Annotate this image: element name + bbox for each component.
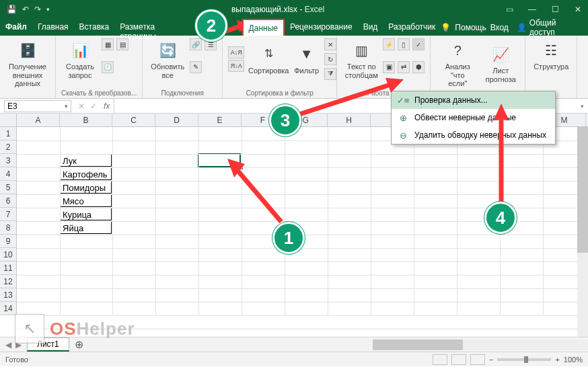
- show-queries-icon[interactable]: ▦: [102, 38, 114, 50]
- minimize-icon[interactable]: —: [522, 5, 542, 14]
- maximize-icon[interactable]: ☐: [545, 5, 565, 14]
- forecast-sheet-button[interactable]: 📈 Лист прогноза: [482, 38, 519, 89]
- vertical-scrollbar[interactable]: [577, 127, 588, 337]
- row-11[interactable]: 11: [0, 261, 17, 275]
- dropdown-item-circle-invalid[interactable]: ⊕ Обвести неверные данные: [392, 109, 555, 126]
- undo-icon[interactable]: ↶: [22, 5, 29, 14]
- close-icon[interactable]: ✕: [568, 5, 588, 14]
- clear-filter-icon[interactable]: ✕: [324, 38, 336, 50]
- data-model-icon[interactable]: ⬢: [412, 61, 425, 73]
- whatif-button[interactable]: ? Анализ "что если": [436, 38, 479, 89]
- sort-button[interactable]: ⇅ Сортировка: [248, 42, 289, 77]
- login-label[interactable]: Вход: [490, 23, 509, 32]
- help-icon[interactable]: 💡: [441, 23, 451, 32]
- cell-B6[interactable]: Мясо: [60, 194, 112, 207]
- relationships-icon[interactable]: ⇄: [398, 61, 410, 73]
- sort-az-button[interactable]: А↓Я: [228, 46, 244, 58]
- ribbon-options-icon[interactable]: ▭: [499, 5, 519, 14]
- save-icon[interactable]: 💾: [7, 5, 17, 14]
- tab-data[interactable]: Данные: [242, 19, 285, 36]
- row-12[interactable]: 12: [0, 275, 17, 288]
- row-10[interactable]: 10: [0, 248, 17, 261]
- person-icon: 👤: [517, 23, 527, 32]
- row-6[interactable]: 6: [0, 194, 17, 208]
- col-B[interactable]: B: [60, 114, 112, 126]
- view-pagebreak-button[interactable]: [470, 354, 485, 365]
- tab-developer[interactable]: Разработчик: [383, 19, 441, 36]
- tab-page-layout[interactable]: Разметка страницы: [114, 19, 196, 36]
- row-7[interactable]: 7: [0, 208, 17, 221]
- col-A[interactable]: A: [17, 114, 60, 126]
- sort-za-button[interactable]: Я↓А: [228, 60, 244, 72]
- row-2[interactable]: 2: [0, 140, 17, 154]
- dropdown-item-clear-circles[interactable]: ⊖ Удалить обводку неверных данных: [392, 126, 555, 144]
- row-3[interactable]: 3: [0, 154, 17, 167]
- tab-review[interactable]: Рецензирование: [285, 19, 358, 36]
- filter-button[interactable]: ▼ Фильтр: [293, 42, 320, 77]
- refresh-all-button[interactable]: 🔄 Обновить все: [148, 38, 187, 81]
- row-13[interactable]: 13: [0, 288, 17, 302]
- cancel-formula-icon[interactable]: ✕: [75, 101, 87, 111]
- structure-button[interactable]: ☷ Структура: [531, 38, 571, 73]
- expand-formula-icon[interactable]: ▾: [577, 103, 588, 110]
- remove-duplicates-icon[interactable]: ▯: [398, 38, 410, 50]
- structure-icon: ☷: [540, 40, 562, 61]
- zoom-in-icon[interactable]: +: [555, 356, 559, 364]
- horizontal-scrollbar[interactable]: [373, 339, 588, 350]
- row-8[interactable]: 8: [0, 221, 17, 235]
- connections-icon[interactable]: 🔗: [190, 38, 202, 50]
- cell-B7[interactable]: Курица: [60, 208, 112, 220]
- chevron-down-icon[interactable]: ▾: [65, 103, 68, 110]
- sheet-prev-icon[interactable]: ◀: [5, 340, 11, 350]
- name-box[interactable]: E3 ▾: [4, 100, 71, 112]
- row-1[interactable]: 1: [0, 127, 17, 140]
- cell-B5[interactable]: Помидоры: [60, 181, 112, 194]
- tab-file[interactable]: Файл: [0, 19, 32, 36]
- select-all-triangle[interactable]: [0, 114, 17, 127]
- edit-links-icon[interactable]: ✎: [190, 61, 202, 73]
- whatif-icon: ?: [447, 40, 468, 61]
- share-button[interactable]: 👤 Общий доступ: [513, 17, 583, 38]
- clear-circles-icon: ⊖: [397, 129, 409, 141]
- cell-B3[interactable]: Лук: [60, 154, 112, 167]
- qat-dropdown-icon[interactable]: ▾: [46, 6, 50, 13]
- data-validation-button[interactable]: ✓: [412, 38, 425, 50]
- col-C[interactable]: C: [112, 114, 155, 126]
- row-9[interactable]: 9: [0, 235, 17, 248]
- fx-icon[interactable]: fx: [100, 101, 114, 111]
- zoom-out-icon[interactable]: −: [489, 356, 493, 364]
- help-label[interactable]: Помощь: [455, 23, 486, 32]
- filter-icon: ▼: [296, 44, 318, 65]
- get-external-data-button[interactable]: 🗄️ Получение внешних данных: [5, 38, 50, 89]
- flash-fill-icon[interactable]: ⚡: [383, 38, 395, 50]
- col-D[interactable]: D: [155, 114, 198, 126]
- zoom-slider[interactable]: [497, 358, 551, 361]
- svg-marker-3: [385, 78, 404, 93]
- watermark-logo: OSHelper: [50, 319, 135, 339]
- view-layout-button[interactable]: [451, 354, 466, 365]
- tab-view[interactable]: Вид: [358, 19, 383, 36]
- tab-insert[interactable]: Вставка: [74, 19, 115, 36]
- recent-sources-icon[interactable]: 🕘: [102, 61, 114, 73]
- forecast-icon: 📈: [490, 44, 511, 65]
- view-normal-button[interactable]: [433, 354, 447, 365]
- dropdown-item-validation[interactable]: ✓≡ Проверка данных...: [392, 91, 555, 109]
- row-5[interactable]: 5: [0, 181, 17, 194]
- col-E[interactable]: E: [198, 114, 242, 126]
- tab-home[interactable]: Главная: [32, 19, 74, 36]
- create-query-button[interactable]: 📊 Создать запрос: [61, 38, 99, 81]
- consolidate-icon[interactable]: ▣: [383, 61, 395, 73]
- zoom-level[interactable]: 100%: [564, 356, 583, 364]
- row-14[interactable]: 14: [0, 302, 17, 315]
- from-table-icon[interactable]: ▤: [116, 38, 128, 50]
- svg-marker-7: [494, 104, 509, 120]
- row-4[interactable]: 4: [0, 167, 17, 181]
- accept-formula-icon[interactable]: ✓: [87, 101, 100, 111]
- arrow-4: [484, 101, 518, 208]
- cell-B8[interactable]: Яйца: [60, 221, 112, 234]
- redo-icon[interactable]: ↷: [34, 5, 41, 14]
- cursor-icon: ↖: [15, 314, 44, 343]
- step-circle-3: 3: [269, 104, 301, 136]
- reapply-icon[interactable]: ↻: [324, 53, 336, 65]
- cell-B4[interactable]: Картофель: [60, 167, 112, 180]
